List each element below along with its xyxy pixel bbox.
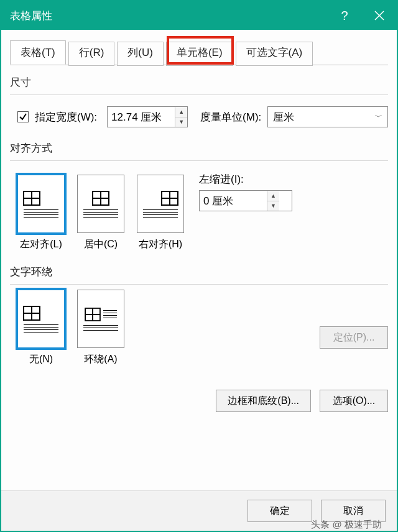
text-lines-icon	[103, 310, 117, 318]
wrap-none-option[interactable]	[17, 290, 65, 348]
options-button[interactable]: 选项(O)...	[320, 390, 388, 412]
table-icon	[161, 191, 178, 206]
dialog-footer: 确定 取消 头条 @ 极速手助	[1, 490, 397, 531]
align-center-option[interactable]	[77, 175, 124, 233]
help-icon: ?	[341, 9, 348, 23]
tab-row[interactable]: 行(R)	[68, 42, 115, 66]
wrap-none-caption: 无(N)	[29, 353, 53, 366]
tab-strip: 表格(T) 行(R) 列(U) 单元格(E) 可选文字(A)	[10, 41, 388, 65]
pref-width-label: 指定宽度(W):	[35, 110, 97, 124]
indent-input[interactable]	[200, 191, 267, 211]
text-lines-icon	[143, 209, 178, 218]
spin-down-icon[interactable]: ▼	[267, 201, 279, 211]
close-button[interactable]	[362, 1, 397, 30]
measure-value: 厘米	[273, 110, 294, 124]
dialog-body: 表格(T) 行(R) 列(U) 单元格(E) 可选文字(A) 尺寸 指定宽度(W…	[1, 30, 397, 490]
ok-button[interactable]: 确定	[248, 500, 312, 522]
measure-label: 度量单位(M):	[200, 110, 261, 124]
align-left-caption: 左对齐(L)	[20, 238, 62, 251]
table-icon	[85, 308, 101, 321]
help-button[interactable]: ?	[327, 1, 362, 30]
spin-up-icon[interactable]: ▲	[267, 191, 279, 201]
table-icon	[23, 306, 40, 321]
dialog-title: 表格属性	[10, 9, 52, 23]
indent-label: 左缩进(I):	[199, 172, 292, 186]
tab-cell[interactable]: 单元格(E)	[166, 42, 233, 66]
spin-up-icon[interactable]: ▲	[175, 107, 187, 117]
check-icon	[19, 112, 27, 121]
wrap-group: 文字环绕 无(N)	[10, 265, 388, 366]
text-lines-icon	[83, 209, 118, 218]
positioning-button: 定位(P)...	[320, 326, 388, 349]
pref-width-spinner[interactable]: ▲ ▼	[107, 106, 188, 127]
pref-width-input[interactable]	[108, 107, 175, 127]
size-label: 尺寸	[10, 75, 388, 89]
measure-combo[interactable]: 厘米 ﹀	[267, 106, 388, 127]
tab-table[interactable]: 表格(T)	[10, 40, 66, 65]
dialog-window: 表格属性 ? 表格(T) 行(R) 列(U) 单元格(E) 可选文字(A) 尺寸	[0, 0, 398, 532]
chevron-down-icon: ﹀	[375, 112, 382, 122]
align-right-caption: 右对齐(H)	[139, 238, 182, 251]
wrap-label: 文字环绕	[10, 265, 388, 279]
wrap-around-option[interactable]	[77, 290, 124, 348]
table-icon	[23, 191, 40, 206]
text-lines-icon	[83, 325, 118, 331]
align-right-option[interactable]	[137, 175, 184, 233]
close-icon	[374, 10, 385, 21]
borders-button[interactable]: 边框和底纹(B)...	[216, 390, 311, 412]
indent-spinner[interactable]: ▲ ▼	[199, 190, 292, 211]
watermark-text: 头条 @ 极速手助	[311, 519, 382, 531]
tab-column[interactable]: 列(U)	[117, 42, 164, 66]
align-left-option[interactable]	[17, 175, 65, 233]
titlebar: 表格属性 ?	[1, 1, 397, 30]
align-label: 对齐方式	[10, 141, 388, 155]
size-group: 尺寸 指定宽度(W): ▲ ▼ 度量单位(M): 厘米 ﹀	[10, 75, 388, 127]
indent-block: 左缩进(I): ▲ ▼	[199, 172, 292, 211]
align-center-caption: 居中(C)	[84, 238, 118, 251]
align-group: 对齐方式 左对齐(L)	[10, 141, 388, 251]
pref-width-checkbox[interactable]	[17, 111, 29, 122]
spin-down-icon[interactable]: ▼	[175, 117, 187, 127]
text-lines-icon	[24, 209, 58, 218]
wrap-around-caption: 环绕(A)	[84, 353, 117, 366]
tab-alttext[interactable]: 可选文字(A)	[236, 42, 313, 66]
text-lines-icon	[24, 324, 58, 332]
table-icon	[92, 191, 109, 206]
